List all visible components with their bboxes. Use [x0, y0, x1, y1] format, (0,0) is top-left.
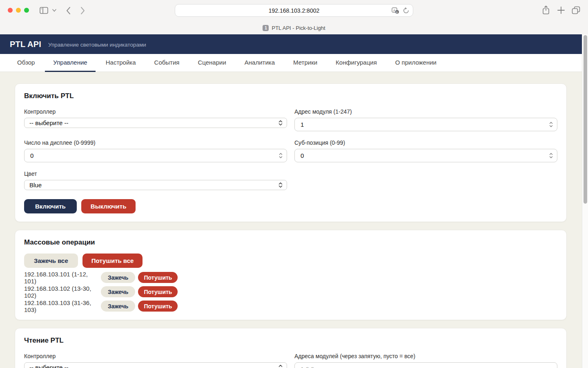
close-window-button[interactable]	[8, 8, 13, 13]
color-select[interactable]: Blue	[24, 180, 287, 190]
address-label: Адрес модуля (1-247)	[294, 108, 557, 115]
tab-title: PTL API - Pick-to-Light	[272, 25, 325, 31]
tab-setup[interactable]: Настройка	[98, 54, 144, 72]
row-light-button[interactable]: Зажечь	[101, 301, 135, 312]
color-label: Цвет	[24, 171, 287, 177]
sidebar-toggle-icon[interactable]	[40, 7, 48, 14]
tab-overview-icon[interactable]	[572, 6, 580, 14]
address-bar[interactable]: 192.168.103.2:8002 A a	[175, 4, 413, 17]
module-addresses-input[interactable]	[294, 362, 557, 368]
row-extinguish-button[interactable]: Потушить	[138, 286, 178, 297]
subposition-input[interactable]: 0	[294, 149, 557, 162]
tab-configuration[interactable]: Конфигурация	[327, 54, 385, 72]
share-icon[interactable]	[542, 5, 550, 15]
browser-toolbar: 192.168.103.2:8002 A a	[0, 0, 588, 21]
display-number-input[interactable]: 0	[24, 149, 287, 162]
address-input-value: 1	[301, 121, 304, 128]
read-ptl-card: Чтение PTL Контроллер -- выберите --	[15, 328, 567, 368]
read-controller-select[interactable]: -- выберите --	[24, 362, 287, 368]
extinguish-all-button[interactable]: Потушить все	[82, 254, 143, 268]
back-button[interactable]	[66, 7, 71, 15]
controller-row-label: 192.168.103.103 (31-36, 103)	[24, 299, 101, 313]
controller-select[interactable]: -- выберите --	[24, 118, 287, 128]
row-light-button[interactable]: Зажечь	[101, 272, 135, 283]
display-number-value: 0	[30, 152, 33, 159]
number-stepper-icon[interactable]	[279, 153, 283, 158]
svg-text:a: a	[396, 10, 398, 13]
main-nav: Обзор Управление Настройка События Сцена…	[0, 54, 582, 72]
app-subtitle: Управление световыми индикаторами	[48, 42, 146, 48]
mass-card-title: Массовые операции	[24, 238, 557, 247]
number-stepper-icon[interactable]	[549, 153, 553, 158]
url-text: 192.168.103.2:8002	[269, 7, 320, 14]
read-controller-select-value: -- выберите --	[29, 364, 69, 368]
scrollbar-thumb[interactable]	[584, 35, 587, 204]
subposition-label: Суб-позиция (0-99)	[294, 139, 557, 146]
browser-chrome: 192.168.103.2:8002 A a	[0, 0, 588, 34]
turn-off-button[interactable]: Выключить	[81, 199, 136, 213]
enable-card-title: Включить PTL	[24, 92, 557, 100]
read-card-title: Чтение PTL	[24, 337, 557, 345]
controller-row: 192.168.103.101 (1-12, 101) Зажечь Потуш…	[24, 272, 557, 283]
select-chevrons-icon	[278, 182, 283, 188]
enable-ptl-card: Включить PTL Контроллер -- выберите --	[15, 83, 567, 222]
translate-icon[interactable]: A a	[392, 7, 399, 14]
controller-row: 192.168.103.103 (31-36, 103) Зажечь Поту…	[24, 301, 557, 312]
minimize-window-button[interactable]	[16, 8, 21, 13]
light-all-button[interactable]: Зажечь все	[24, 254, 78, 268]
color-select-value: Blue	[29, 182, 42, 188]
sidebar-chevron-down-icon[interactable]	[52, 9, 56, 12]
reload-icon[interactable]	[403, 7, 409, 14]
display-number-label: Число на дисплее (0-9999)	[24, 139, 287, 146]
tab-about[interactable]: О приложении	[387, 54, 445, 72]
read-controller-label: Контроллер	[24, 353, 287, 359]
mass-operations-card: Массовые операции Зажечь все Потушить вс…	[15, 230, 567, 320]
select-chevrons-icon	[278, 120, 283, 126]
tab-overview[interactable]: Обзор	[9, 54, 43, 72]
tab-metrics[interactable]: Метрики	[285, 54, 325, 72]
tab-strip[interactable]: 1 PTL API - Pick-to-Light	[0, 21, 588, 34]
controller-row: 192.168.103.102 (13-30, 102) Зажечь Поту…	[24, 286, 557, 297]
tab-events[interactable]: События	[146, 54, 188, 72]
row-extinguish-button[interactable]: Потушить	[138, 272, 178, 283]
row-light-button[interactable]: Зажечь	[101, 286, 135, 297]
address-input[interactable]: 1	[294, 118, 557, 131]
controller-row-label: 192.168.103.101 (1-12, 101)	[24, 271, 101, 285]
select-chevrons-icon	[278, 365, 283, 368]
main-content: Включить PTL Контроллер -- выберите --	[0, 72, 582, 368]
row-extinguish-button[interactable]: Потушить	[138, 301, 178, 312]
module-addresses-label: Адреса модулей (через запятую, пусто = в…	[294, 353, 557, 359]
app-header: PTL API Управление световыми индикаторам…	[0, 34, 582, 54]
app-title: PTL API	[10, 40, 41, 49]
tab-scenarios[interactable]: Сценарии	[189, 54, 234, 72]
new-tab-icon[interactable]	[557, 7, 565, 14]
controller-label: Контроллер	[24, 108, 287, 115]
zoom-window-button[interactable]	[24, 8, 29, 13]
tab-count-badge: 1	[263, 25, 269, 31]
tab-control[interactable]: Управление	[45, 54, 95, 72]
controller-select-value: -- выберите --	[29, 119, 69, 126]
subposition-value: 0	[301, 152, 304, 159]
turn-on-button[interactable]: Включить	[24, 199, 77, 213]
forward-button[interactable]	[80, 7, 85, 15]
controller-row-label: 192.168.103.102 (13-30, 102)	[24, 285, 101, 299]
tab-analytics[interactable]: Аналитика	[236, 54, 283, 72]
number-stepper-icon[interactable]	[549, 122, 553, 127]
page-scrollbar	[582, 34, 588, 368]
